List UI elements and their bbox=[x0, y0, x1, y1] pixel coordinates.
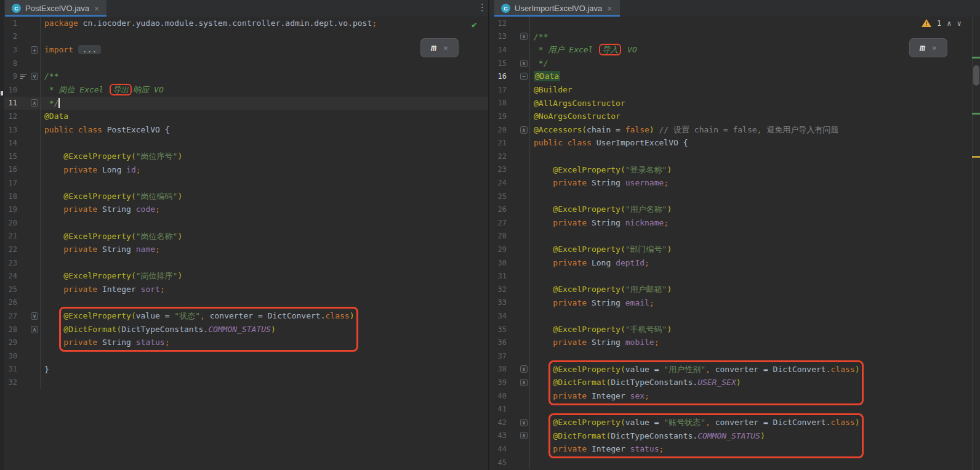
gutter[interactable]: 10 bbox=[0, 83, 41, 97]
code-line[interactable]: private String mobile; bbox=[530, 336, 980, 349]
gutter[interactable]: 31 bbox=[0, 363, 41, 376]
line-number[interactable]: 20 bbox=[489, 126, 507, 134]
code-line[interactable]: @ExcelProperty(value = "账号状态", converter… bbox=[530, 416, 980, 429]
code-line[interactable]: @ExcelProperty(value = "状态", converter =… bbox=[41, 309, 488, 323]
line-number[interactable]: 30 bbox=[489, 259, 507, 267]
line-number[interactable]: 28 bbox=[489, 232, 507, 240]
line-number[interactable]: 12 bbox=[489, 19, 507, 28]
line-number[interactable]: 16 bbox=[489, 72, 507, 81]
gutter[interactable]: 25 bbox=[0, 283, 41, 296]
code-line[interactable]: @ExcelProperty("岗位名称") bbox=[41, 230, 488, 243]
code-line[interactable]: */ bbox=[530, 57, 980, 70]
line-number[interactable]: 24 bbox=[489, 179, 507, 187]
code-line[interactable]: @ExcelProperty("登录名称") bbox=[530, 163, 980, 177]
code-line[interactable]: private String nickname; bbox=[530, 216, 980, 230]
line-number[interactable]: 14 bbox=[489, 46, 507, 54]
gutter[interactable]: 3+ bbox=[0, 43, 41, 57]
gutter[interactable]: 28∧ bbox=[0, 323, 41, 336]
code-line[interactable]: @DictFormat(DictTypeConstants.USER_SEX) bbox=[530, 376, 980, 389]
gutter[interactable]: 29 bbox=[0, 336, 41, 349]
gutter[interactable]: 43∧ bbox=[489, 429, 530, 443]
line-number[interactable]: 17 bbox=[489, 86, 507, 94]
line-number[interactable]: 21 bbox=[489, 139, 507, 147]
gutter[interactable]: 12 bbox=[489, 17, 530, 30]
code-line[interactable]: private Integer status; bbox=[530, 442, 980, 456]
line-number[interactable]: 25 bbox=[489, 192, 507, 201]
gutter[interactable]: 42∨ bbox=[489, 416, 530, 429]
gutter[interactable]: 28 bbox=[489, 230, 530, 243]
gutter[interactable]: 27 bbox=[489, 216, 530, 230]
gutter[interactable]: 41 bbox=[489, 402, 530, 416]
code-line[interactable]: private Integer sort; bbox=[41, 283, 488, 296]
line-number[interactable]: 34 bbox=[489, 312, 507, 320]
line-number[interactable]: 22 bbox=[489, 152, 507, 161]
fold-plus-icon[interactable]: + bbox=[31, 46, 38, 54]
code-line[interactable]: * 岗位 Excel 导出响应 VO bbox=[41, 83, 488, 97]
structure-gutter-icon[interactable] bbox=[17, 74, 30, 79]
line-number[interactable]: 31 bbox=[489, 272, 507, 280]
line-number[interactable]: 37 bbox=[489, 352, 507, 360]
gutter[interactable]: 31 bbox=[489, 269, 530, 283]
tab-userimportexcelvo[interactable]: C UserImportExcelVO.java × bbox=[494, 0, 620, 17]
code-line[interactable]: private String name; bbox=[41, 243, 488, 256]
gutter[interactable]: 27∨ bbox=[0, 309, 41, 323]
fold-up-icon[interactable]: ∧ bbox=[520, 126, 528, 134]
code-line[interactable]: @ExcelProperty("用户邮箱") bbox=[530, 283, 980, 296]
gutter[interactable]: 38∨ bbox=[489, 363, 530, 376]
code-line[interactable]: @Accessors(chain = false) // 设置 chain = … bbox=[530, 123, 980, 137]
fold-up-icon[interactable]: ∧ bbox=[520, 432, 528, 439]
gutter[interactable]: 14 bbox=[489, 43, 530, 57]
line-number[interactable]: 42 bbox=[489, 418, 507, 427]
gutter[interactable]: 22 bbox=[0, 243, 41, 256]
gutter[interactable]: 9∨ bbox=[0, 70, 41, 83]
line-number[interactable]: 23 bbox=[489, 165, 507, 174]
gutter[interactable]: 25 bbox=[489, 190, 530, 203]
gutter[interactable]: 1 bbox=[0, 17, 41, 30]
code-line[interactable]: @ExcelProperty("岗位序号") bbox=[41, 150, 488, 163]
code-line[interactable]: public class PostExcelVO { bbox=[41, 123, 488, 137]
gutter[interactable]: 32 bbox=[489, 283, 530, 296]
gutter[interactable]: 13∨ bbox=[489, 30, 530, 44]
gutter[interactable]: 22 bbox=[489, 150, 530, 163]
code-line[interactable]: private String code; bbox=[41, 203, 488, 216]
code-line[interactable]: } bbox=[41, 363, 488, 376]
code-line[interactable]: @ExcelProperty("岗位排序") bbox=[41, 269, 488, 283]
gutter[interactable]: 30 bbox=[0, 349, 41, 363]
folded-imports-chip[interactable]: ... bbox=[78, 45, 101, 54]
fold-minus-icon[interactable]: − bbox=[520, 73, 528, 80]
close-icon[interactable]: × bbox=[94, 4, 100, 13]
fold-down-icon[interactable]: ∨ bbox=[520, 419, 528, 426]
code-line[interactable]: private String username; bbox=[530, 176, 980, 190]
gutter[interactable]: 23 bbox=[0, 256, 41, 270]
gutter[interactable]: 37 bbox=[489, 349, 530, 363]
gutter[interactable]: 17 bbox=[489, 83, 530, 97]
fold-up-icon[interactable]: ∧ bbox=[31, 99, 38, 107]
code-line[interactable]: package cn.iocoder.yudao.module.system.c… bbox=[41, 17, 488, 30]
code-line[interactable]: private String status; bbox=[41, 336, 488, 349]
more-options-icon[interactable]: ⋮ bbox=[478, 2, 487, 13]
gutter[interactable]: 40 bbox=[489, 389, 530, 403]
gutter[interactable]: 23 bbox=[489, 163, 530, 177]
gutter[interactable]: 45 bbox=[489, 456, 530, 469]
gutter[interactable]: 16 bbox=[0, 163, 41, 177]
code-line[interactable]: /** bbox=[41, 70, 488, 83]
gutter[interactable]: 39∧ bbox=[489, 376, 530, 389]
line-number[interactable]: 41 bbox=[489, 405, 507, 413]
line-number[interactable]: 39 bbox=[489, 378, 507, 387]
gutter[interactable]: 30 bbox=[489, 256, 530, 270]
fold-down-icon[interactable]: ∨ bbox=[31, 73, 38, 80]
line-number[interactable]: 19 bbox=[489, 112, 507, 121]
fold-up-icon[interactable]: ∧ bbox=[520, 379, 528, 386]
gutter[interactable]: 26 bbox=[0, 296, 41, 310]
line-number[interactable]: 29 bbox=[489, 245, 507, 254]
gutter[interactable]: 20 bbox=[0, 216, 41, 230]
line-number[interactable]: 15 bbox=[489, 59, 507, 68]
gutter[interactable]: 14 bbox=[0, 136, 41, 150]
editor-left[interactable]: ✔ m × 1package cn.iocoder.yudao.module.s… bbox=[0, 17, 488, 470]
code-line[interactable]: @ExcelProperty("岗位编码") bbox=[41, 190, 488, 203]
code-line[interactable]: @Data bbox=[530, 70, 980, 83]
gutter[interactable]: 18 bbox=[0, 190, 41, 203]
gutter[interactable]: 36 bbox=[489, 336, 530, 349]
gutter[interactable]: 17 bbox=[0, 176, 41, 190]
code-line[interactable]: import ... bbox=[41, 43, 488, 57]
